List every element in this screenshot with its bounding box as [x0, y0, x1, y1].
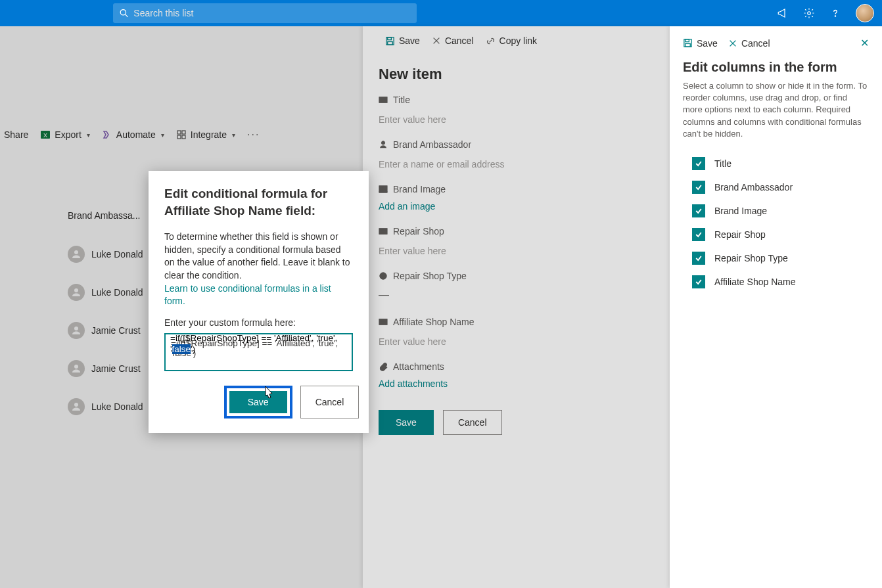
gear-icon[interactable]	[803, 7, 815, 19]
person-icon	[68, 284, 85, 301]
rp-columns-list: Title Brand Ambassador Brand Image Repai…	[683, 152, 869, 294]
search-icon	[120, 9, 128, 18]
checkbox-checked-icon	[692, 181, 705, 194]
field-repair-shop-type: Repair Shop Type —	[363, 265, 670, 311]
person-icon	[68, 360, 85, 377]
field-label: Brand Ambassador	[393, 139, 471, 150]
field-title: Title	[363, 89, 670, 134]
field-brand-image: Brand Image Add an image	[363, 179, 670, 221]
search-input[interactable]	[133, 8, 410, 18]
svg-rect-31	[379, 319, 387, 325]
column-label: Brand Ambassador	[714, 182, 793, 192]
svg-rect-6	[177, 131, 181, 134]
topbar-right	[777, 4, 874, 22]
help-icon[interactable]	[829, 7, 841, 19]
text-icon	[379, 227, 388, 236]
svg-rect-8	[177, 135, 181, 139]
more-button[interactable]: ···	[247, 129, 260, 141]
new-item-panel: Save Cancel Copy link New item Title Bra…	[363, 26, 670, 588]
svg-rect-20	[379, 97, 387, 103]
form-save-button[interactable]: Save	[379, 410, 434, 435]
flow-icon	[102, 129, 112, 140]
affiliate-shop-input[interactable]	[379, 331, 654, 353]
svg-point-11	[74, 288, 78, 292]
text-icon	[379, 317, 388, 327]
modal-save-button[interactable]: Save	[229, 391, 287, 413]
panel-cancel-button[interactable]: Cancel	[432, 35, 474, 46]
formula-input-label: Enter your custom formula here:	[164, 317, 353, 328]
integrate-button[interactable]: Integrate▾	[176, 129, 235, 140]
person-icon	[379, 140, 388, 149]
title-input[interactable]	[379, 109, 654, 131]
svg-point-0	[120, 10, 126, 15]
chevron-down-icon: ▾	[161, 131, 164, 139]
conditional-formula-modal: Edit conditional formula for Affiliate S…	[149, 171, 369, 433]
column-label: Title	[714, 158, 731, 169]
svg-point-14	[74, 403, 78, 407]
svg-rect-35	[685, 39, 689, 42]
modal-title: Edit conditional formula for Affiliate S…	[164, 185, 353, 219]
integrate-icon	[176, 129, 187, 140]
column-toggle-affiliate[interactable]: Affiliate Shop Name	[683, 270, 869, 294]
panel-actions: Save Cancel	[363, 398, 670, 447]
checkbox-checked-icon	[692, 252, 705, 265]
column-toggle-title[interactable]: Title	[683, 152, 869, 175]
modal-cancel-button[interactable]: Cancel	[300, 386, 360, 418]
svg-point-25	[381, 187, 383, 189]
person-name: Jamie Crust	[91, 363, 141, 374]
modal-description: To determine whether this field is shown…	[164, 231, 353, 282]
person-icon	[68, 322, 85, 339]
export-button[interactable]: X Export▾	[40, 129, 89, 140]
repair-shop-input[interactable]	[379, 240, 654, 263]
svg-rect-36	[685, 43, 691, 47]
choice-icon	[379, 271, 388, 281]
column-toggle-shop[interactable]: Repair Shop	[683, 223, 869, 246]
search-box[interactable]	[113, 3, 417, 23]
column-label: Brand Image	[714, 206, 767, 216]
add-attachments-link[interactable]: Add attachments	[379, 376, 448, 396]
save-highlight: Save	[224, 386, 292, 418]
person-icon	[68, 246, 85, 263]
rp-save-button[interactable]: Save	[683, 38, 718, 49]
field-label: Title	[393, 95, 410, 105]
repair-shop-type-value[interactable]: —	[379, 285, 654, 309]
panel-save-button[interactable]: Save	[385, 35, 420, 46]
svg-line-1	[126, 14, 128, 17]
svg-point-2	[808, 12, 811, 15]
field-ambassador: Brand Ambassador	[363, 134, 670, 179]
rp-cancel-button[interactable]: Cancel	[728, 38, 770, 49]
chevron-down-icon: ▾	[87, 131, 90, 139]
field-label: Repair Shop	[393, 226, 444, 237]
megaphone-icon[interactable]	[777, 7, 789, 19]
command-bar: Share X Export▾ Automate▾ Integrate▾ ···	[4, 129, 260, 141]
panel-copylink-button[interactable]: Copy link	[486, 35, 538, 46]
field-label: Affiliate Shop Name	[393, 317, 474, 327]
chevron-down-icon: ▾	[232, 131, 235, 139]
rp-title: Edit columns in the form	[683, 60, 869, 75]
column-label: Affiliate Shop Name	[714, 277, 795, 287]
user-avatar[interactable]	[856, 4, 874, 22]
top-bar	[0, 0, 882, 26]
add-image-link[interactable]: Add an image	[379, 198, 435, 218]
field-label: Repair Shop Type	[393, 271, 467, 281]
column-toggle-image[interactable]: Brand Image	[683, 199, 869, 223]
ambassador-input[interactable]	[379, 154, 654, 176]
share-button[interactable]: Share	[4, 129, 28, 140]
column-toggle-shop-type[interactable]: Repair Shop Type	[683, 246, 869, 270]
excel-icon: X	[40, 129, 51, 140]
svg-point-3	[835, 16, 835, 16]
close-icon[interactable]: ✕	[860, 37, 869, 49]
field-label: Attachments	[393, 361, 444, 372]
automate-button[interactable]: Automate▾	[102, 129, 164, 140]
modal-help-link[interactable]: Learn to use conditional formulas in a l…	[164, 283, 353, 308]
form-cancel-button[interactable]: Cancel	[443, 410, 502, 435]
formula-textarea[interactable]: =if([$RepairShopType] == 'Affiliated', '…	[164, 333, 353, 371]
attachment-icon	[379, 362, 388, 371]
svg-rect-24	[379, 186, 387, 193]
column-toggle-ambassador[interactable]: Brand Ambassador	[683, 175, 869, 199]
svg-point-12	[74, 327, 78, 330]
column-label: Repair Shop Type	[714, 253, 788, 263]
modal-actions: Save Cancel	[230, 386, 353, 418]
checkbox-checked-icon	[692, 157, 705, 170]
svg-point-23	[381, 141, 384, 145]
